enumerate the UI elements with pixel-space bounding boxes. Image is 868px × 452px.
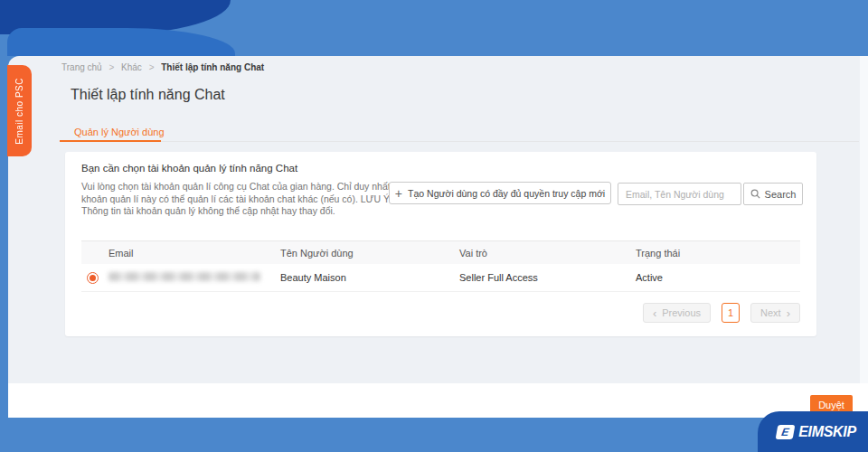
search-icon — [750, 189, 760, 199]
breadcrumb: Trang chủ > Khác > Thiết lập tính năng C… — [61, 62, 264, 72]
blurred-email — [108, 272, 260, 281]
user-search-group: Search — [618, 183, 803, 205]
user-management-panel: Bạn cần chọn tài khoản quản lý tính năng… — [65, 152, 816, 336]
breadcrumb-separator: > — [108, 62, 114, 72]
pagination-previous-button[interactable]: ‹ Previous — [643, 303, 711, 323]
footer-bar — [8, 383, 868, 418]
row-select-radio[interactable] — [87, 272, 99, 284]
page-frame: Email cho PSC Trang chủ > Khác > Thiết l… — [0, 0, 868, 452]
breadcrumb-item-khac[interactable]: Khác — [121, 62, 142, 72]
chevron-right-icon: › — [787, 307, 790, 319]
pagination-next-label: Next — [760, 307, 781, 318]
table-row: Beauty Maison Seller Full Access Active — [81, 264, 800, 292]
column-header-email: Email — [108, 248, 280, 259]
breadcrumb-item-home[interactable]: Trang chủ — [61, 62, 102, 72]
brand-corner: E EIMSKIP — [758, 411, 868, 452]
users-table-header: Email Tên Người dùng Vai trò Trạng thái — [81, 241, 800, 264]
email-psc-side-tab[interactable]: Email cho PSC — [7, 65, 32, 156]
scrollbar-track[interactable] — [860, 56, 868, 383]
cell-email-redacted — [108, 272, 280, 283]
tab-active-underline — [60, 140, 161, 142]
radio-dot — [90, 275, 96, 281]
column-header-username: Tên Người dùng — [280, 248, 459, 259]
cell-role: Seller Full Access — [459, 272, 636, 283]
user-search-input[interactable] — [618, 183, 741, 205]
page-title: Thiết lập tính năng Chat — [71, 87, 225, 103]
column-header-status: Trạng thái — [636, 248, 800, 259]
users-table: Email Tên Người dùng Vai trò Trạng thái … — [81, 240, 800, 292]
search-button-label: Search — [765, 189, 797, 200]
panel-description-line: khoản quản lí này có thể quản lí các tài… — [81, 193, 403, 206]
pagination-page-1[interactable]: 1 — [722, 303, 740, 323]
cell-status: Active — [636, 272, 800, 283]
panel-description-line: Vui lòng chọn tài khoản quản lí công cụ … — [81, 181, 403, 193]
chevron-left-icon: ‹ — [653, 307, 656, 319]
column-header-role: Vai trò — [459, 248, 636, 259]
pagination: ‹ Previous 1 Next › — [643, 303, 800, 323]
cell-username: Beauty Maison — [280, 272, 459, 283]
decorative-curve-top-left-mid — [7, 28, 235, 56]
create-full-access-user-label: Tạo Người dùng có đầy đủ quyền truy cập … — [408, 188, 605, 199]
brand-name: EIMSKIP — [798, 424, 856, 440]
breadcrumb-item-current: Thiết lập tính năng Chat — [161, 62, 264, 72]
panel-heading: Bạn cần chọn tài khoản quản lý tính năng… — [81, 163, 297, 174]
panel-description-line: Thông tin tài khoản quản lý không thể cậ… — [81, 205, 403, 218]
create-full-access-user-button[interactable]: + Tạo Người dùng có đầy đủ quyền truy cậ… — [389, 182, 611, 204]
pagination-next-button[interactable]: Next › — [750, 303, 800, 323]
plus-icon: + — [395, 187, 402, 200]
pagination-previous-label: Previous — [662, 307, 701, 318]
search-button[interactable]: Search — [743, 183, 803, 205]
tab-user-management[interactable]: Quản lý Người dùng — [74, 127, 165, 137]
panel-description: Vui lòng chọn tài khoản quản lí công cụ … — [81, 181, 403, 218]
tabs-divider — [60, 141, 859, 142]
eimskip-logo-icon: E — [776, 425, 796, 439]
email-psc-side-tab-label: Email cho PSC — [14, 78, 24, 145]
breadcrumb-separator: > — [149, 62, 155, 72]
